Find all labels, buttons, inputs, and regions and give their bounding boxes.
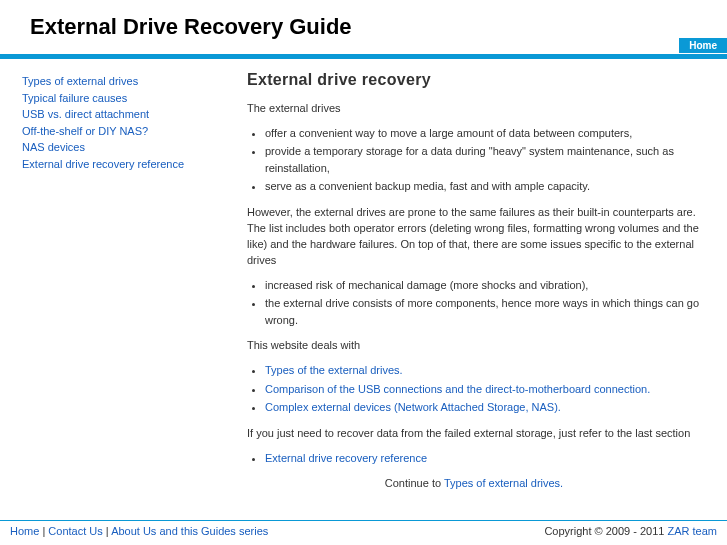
continue-text: Continue to Types of external drives. bbox=[247, 476, 701, 492]
sidebar: Types of external drives Typical failure… bbox=[22, 71, 217, 500]
issues-list: increased risk of mechanical damage (mor… bbox=[251, 277, 701, 329]
link-nas[interactable]: Complex external devices (Network Attach… bbox=[265, 401, 561, 413]
list-item: the external drive consists of more comp… bbox=[265, 295, 701, 328]
footer: Home | Contact Us | About Us and this Gu… bbox=[0, 521, 727, 545]
footer-copyright: Copyright © 2009 - 2011 ZAR team bbox=[544, 525, 717, 537]
footer-about-link[interactable]: About Us and this Guides series bbox=[111, 525, 268, 537]
link-reference[interactable]: External drive recovery reference bbox=[265, 452, 427, 464]
intro-text: The external drives bbox=[247, 101, 701, 117]
zar-team-link[interactable]: ZAR team bbox=[667, 525, 717, 537]
header: External Drive Recovery Guide bbox=[0, 0, 727, 54]
sidebar-item-types[interactable]: Types of external drives bbox=[22, 73, 217, 90]
sidebar-item-nas[interactable]: NAS devices bbox=[22, 139, 217, 156]
list-item: Types of the external drives. bbox=[265, 362, 701, 379]
list-item: External drive recovery reference bbox=[265, 450, 701, 467]
body-text: If you just need to recover data from th… bbox=[247, 426, 701, 442]
body-text: However, the external drives are prone t… bbox=[247, 205, 701, 269]
reference-list: External drive recovery reference bbox=[251, 450, 701, 467]
topics-list: Types of the external drives. Comparison… bbox=[251, 362, 701, 416]
content-container: Types of external drives Typical failure… bbox=[0, 59, 727, 520]
main-content: External drive recovery The external dri… bbox=[217, 71, 711, 500]
page-title: External Drive Recovery Guide bbox=[30, 14, 727, 40]
list-item: provide a temporary storage for a data d… bbox=[265, 143, 701, 176]
footer-home-link[interactable]: Home bbox=[10, 525, 39, 537]
footer-links: Home | Contact Us | About Us and this Gu… bbox=[10, 525, 268, 537]
continue-link[interactable]: Types of external drives. bbox=[444, 477, 563, 489]
list-item: offer a convenient way to move a large a… bbox=[265, 125, 701, 142]
list-item: Comparison of the USB connections and th… bbox=[265, 381, 701, 398]
article-heading: External drive recovery bbox=[247, 71, 701, 89]
home-tab[interactable]: Home bbox=[679, 38, 727, 53]
footer-contact-link[interactable]: Contact Us bbox=[48, 525, 102, 537]
benefits-list: offer a convenient way to move a large a… bbox=[251, 125, 701, 195]
list-item: increased risk of mechanical damage (mor… bbox=[265, 277, 701, 294]
sidebar-item-reference[interactable]: External drive recovery reference bbox=[22, 156, 217, 173]
link-comparison[interactable]: Comparison of the USB connections and th… bbox=[265, 383, 650, 395]
sidebar-item-usb[interactable]: USB vs. direct attachment bbox=[22, 106, 217, 123]
link-types[interactable]: Types of the external drives. bbox=[265, 364, 403, 376]
separator: | bbox=[103, 525, 111, 537]
sidebar-item-diy-nas[interactable]: Off-the-shelf or DIY NAS? bbox=[22, 123, 217, 140]
list-item: serve as a convenient backup media, fast… bbox=[265, 178, 701, 195]
separator: | bbox=[39, 525, 48, 537]
sidebar-item-causes[interactable]: Typical failure causes bbox=[22, 90, 217, 107]
continue-prefix: Continue to bbox=[385, 477, 444, 489]
copyright-text: Copyright © 2009 - 2011 bbox=[544, 525, 667, 537]
list-item: Complex external devices (Network Attach… bbox=[265, 399, 701, 416]
body-text: This website deals with bbox=[247, 338, 701, 354]
top-bar: Home bbox=[0, 54, 727, 59]
